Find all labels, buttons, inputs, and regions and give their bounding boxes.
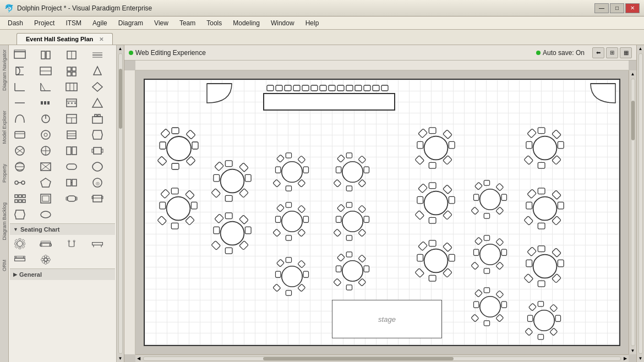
icon-btn-3[interactable]: ▦ (620, 47, 632, 58)
shape-cell[interactable]: ◎ (89, 175, 106, 190)
menu-tools[interactable]: Tools (201, 18, 227, 28)
shape-cell[interactable] (11, 175, 29, 190)
icon-btn-2[interactable]: ⊞ (606, 47, 618, 58)
shape-cell[interactable] (37, 159, 54, 174)
shape-cell[interactable] (11, 95, 29, 111)
close-button[interactable]: ✕ (625, 3, 640, 13)
shape-cell[interactable] (37, 191, 54, 206)
round-table-2[interactable] (211, 160, 254, 204)
round-table-5[interactable] (271, 151, 313, 194)
hscroll-track[interactable] (143, 356, 621, 361)
sidebar-item-orm[interactable]: ORM (1, 255, 8, 276)
shape-cell[interactable] (89, 111, 106, 127)
shape-cell[interactable] (37, 47, 54, 63)
shape-cell[interactable] (11, 191, 29, 206)
round-table-12[interactable] (414, 182, 457, 226)
round-table-17[interactable] (523, 127, 566, 171)
round-table-9[interactable] (332, 201, 373, 244)
shape-cell-chair-linked[interactable] (63, 236, 80, 251)
shape-cell[interactable] (89, 95, 106, 111)
shape-panel-scroll[interactable]: ◎ ▼ Seating Chart (9, 45, 116, 362)
shape-cell[interactable] (11, 111, 29, 127)
shape-cell[interactable] (63, 191, 80, 206)
shape-cell[interactable] (89, 63, 106, 79)
round-table-11[interactable] (414, 127, 457, 171)
shape-cell[interactable] (63, 111, 80, 127)
shape-cell[interactable] (89, 159, 106, 174)
shape-cell[interactable] (11, 143, 29, 158)
shape-cell[interactable] (11, 159, 29, 174)
vscroll-top-arrow[interactable]: ▲ (630, 70, 636, 78)
diagram-canvas[interactable]: stage (144, 79, 620, 346)
shape-cell[interactable] (37, 175, 54, 190)
canvas-inner[interactable]: stage (135, 70, 629, 354)
maximize-button[interactable]: □ (610, 3, 624, 13)
shape-cell[interactable] (63, 63, 80, 79)
round-table-16[interactable] (470, 286, 511, 329)
sidebar-item-property[interactable]: Property (1, 160, 8, 187)
shape-cell[interactable] (11, 47, 29, 63)
scroll-down-arrow[interactable]: ▼ (117, 355, 124, 362)
shape-cell[interactable] (63, 127, 80, 142)
shape-cell[interactable] (11, 127, 29, 142)
icon-btn-1[interactable]: ⬅ (592, 47, 604, 58)
menu-help[interactable]: Help (300, 18, 325, 28)
shape-cell[interactable] (63, 159, 80, 174)
shape-cell[interactable] (37, 207, 54, 222)
shape-cell[interactable] (11, 207, 29, 222)
menu-view[interactable]: View (149, 18, 174, 28)
menu-modeling[interactable]: Modeling (227, 18, 265, 28)
minimize-button[interactable]: — (594, 3, 609, 13)
round-table-7[interactable] (271, 256, 313, 299)
menu-diagram[interactable]: Diagram (113, 18, 149, 28)
round-table-13[interactable] (414, 239, 457, 284)
shape-cell[interactable] (63, 79, 80, 95)
hscroll-right-arrow[interactable]: ▶ (622, 356, 629, 361)
round-table-15[interactable] (470, 234, 511, 277)
vscroll-bottom-arrow[interactable]: ▼ (630, 347, 636, 354)
menu-itsm[interactable]: ITSM (60, 18, 87, 28)
shape-cell[interactable] (63, 175, 80, 190)
right-scroll-up[interactable]: ▲ (637, 45, 644, 52)
right-vscroll-track[interactable] (638, 53, 643, 354)
shape-cell[interactable] (11, 79, 29, 95)
round-table-19[interactable] (523, 245, 566, 289)
shape-cell[interactable] (37, 127, 54, 142)
round-table-18[interactable] (523, 187, 566, 232)
shape-cell-bench2[interactable] (11, 252, 29, 267)
shape-cell[interactable] (89, 79, 106, 95)
shape-cell-round-table-8[interactable] (11, 236, 29, 251)
shape-cell[interactable] (63, 47, 80, 63)
canvas-vscroll[interactable]: ▲ ▼ (629, 70, 636, 354)
round-table-20[interactable] (523, 300, 565, 343)
round-table-8[interactable] (332, 151, 373, 194)
shape-panel-vscroll[interactable]: ▲ ▼ (116, 45, 124, 362)
round-table-6[interactable] (271, 201, 313, 244)
shape-cell[interactable] (89, 47, 106, 63)
scroll-up-arrow[interactable]: ▲ (117, 45, 124, 52)
right-scroll-down[interactable]: ▼ (637, 355, 644, 362)
round-table-14[interactable] (470, 179, 511, 222)
shape-cell-bench[interactable] (89, 236, 106, 251)
shape-cell[interactable] (37, 143, 54, 158)
shape-cell[interactable] (37, 63, 54, 79)
diagram-tab[interactable]: Event Hall Seating Plan ✕ (17, 33, 113, 45)
menu-agile[interactable]: Agile (87, 18, 113, 28)
sidebar-item-diagram-backlog[interactable]: Diagram Backlog (1, 198, 8, 245)
menu-window[interactable]: Window (265, 18, 300, 28)
round-table-1[interactable] (157, 127, 201, 172)
section-seating-chart[interactable]: ▼ Seating Chart (10, 223, 115, 235)
shape-cell[interactable] (89, 191, 106, 206)
shape-cell[interactable] (89, 127, 106, 142)
shape-cell[interactable] (89, 143, 106, 158)
shape-cell[interactable] (37, 95, 54, 111)
shape-cell-sofa[interactable] (37, 236, 54, 251)
section-general[interactable]: ▶ General (10, 268, 115, 280)
shape-cell[interactable] (63, 143, 80, 158)
sidebar-item-diagram-navigator[interactable]: Diagram Navigator (1, 45, 8, 95)
shape-cell[interactable] (11, 63, 29, 79)
round-table-4[interactable] (157, 187, 200, 232)
canvas-vscroll-track[interactable] (631, 79, 635, 346)
sidebar-item-model-explorer[interactable]: Model Explorer (1, 106, 8, 149)
vscroll-track[interactable] (118, 53, 123, 354)
